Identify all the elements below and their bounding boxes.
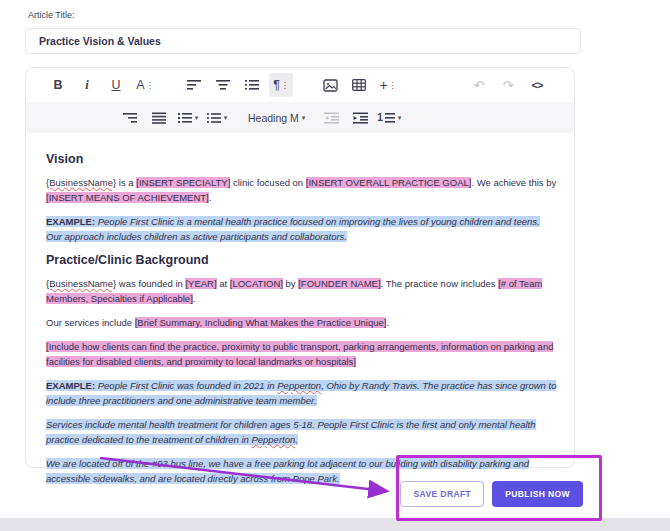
chevron-down-icon: ▾ [224, 114, 228, 122]
numbered-list-dropdown[interactable]: ▾ [176, 106, 200, 130]
underline-button[interactable]: U [104, 73, 128, 97]
redo-button[interactable]: ↷ [496, 73, 520, 97]
bold-icon: B [53, 78, 62, 92]
justify-button[interactable] [147, 106, 171, 130]
text-segment[interactable]: Practice/Clinic Background [46, 253, 209, 267]
text-segment[interactable]: . We achieve this by [471, 177, 556, 188]
chevron-down-icon: ▾ [302, 114, 306, 122]
bold-button[interactable]: B [46, 73, 70, 97]
more-dots-icon: ⋮ [281, 81, 289, 90]
text-segment[interactable]: . [209, 192, 212, 203]
heading-select-value: Heading M [248, 112, 299, 124]
editor-paragraph[interactable]: Services include mental health treatment… [46, 417, 557, 447]
outdent-icon [324, 112, 339, 124]
editor-heading[interactable]: Practice/Clinic Background [46, 253, 557, 267]
editor-paragraph[interactable]: Our services include [Brief Summary, Inc… [46, 315, 557, 330]
line-height-lines-icon [385, 112, 395, 124]
heading-style-select[interactable]: Heading M ▾ [242, 109, 311, 127]
undo-button[interactable]: ↶ [467, 73, 491, 97]
line-height-icon: 1 [377, 112, 383, 123]
chevron-down-icon: ▾ [398, 114, 402, 122]
font-size-button[interactable]: A⋮ [133, 73, 157, 97]
text-segment[interactable]: by [283, 278, 298, 289]
outdent-button[interactable] [319, 106, 343, 130]
text-segment[interactable]: [Brief Summary, Including What Makes the… [135, 317, 387, 328]
more-dots-icon: ⋮ [146, 81, 154, 90]
save-draft-button[interactable]: SAVE DRAFT [400, 481, 484, 507]
page: { "header": { "article_title_label": "Ar… [0, 0, 670, 531]
align-left-button[interactable] [182, 73, 206, 97]
editor-heading[interactable]: Vision [46, 152, 557, 166]
footer-buttons: SAVE DRAFT PUBLISH NOW [400, 481, 583, 507]
align-right-button[interactable] [118, 106, 142, 130]
text-segment[interactable]: Pepperton [251, 434, 295, 445]
paragraph-button[interactable]: ¶⋮ [269, 73, 293, 97]
paragraph-icon: ¶ [273, 78, 280, 92]
align-center-icon [216, 79, 230, 91]
image-button[interactable] [318, 73, 342, 97]
publish-now-button[interactable]: PUBLISH NOW [492, 481, 583, 507]
more-dots-icon: ⋮ [389, 81, 397, 90]
text-segment[interactable]: Our services include [46, 317, 135, 328]
image-icon [323, 79, 338, 92]
text-segment[interactable]: EXAMPLE: [46, 216, 98, 227]
text-segment[interactable]: at [217, 278, 230, 289]
toolbar-right-group: ↶ ↷ <> [467, 73, 554, 97]
align-left-icon [187, 79, 201, 91]
text-segment[interactable]: Vision [46, 152, 83, 166]
text-segment[interactable]: {BusinessName} [46, 278, 116, 289]
text-segment[interactable]: People First Clinic is a mental health p… [46, 216, 540, 242]
text-segment[interactable]: is a [116, 177, 136, 188]
editor-paragraph[interactable]: [Include how clients can find the practi… [46, 339, 557, 369]
text-segment[interactable]: [INSERT SPECIALTY] [136, 177, 230, 188]
text-segment[interactable]: Pepperton [277, 380, 321, 391]
table-button[interactable] [347, 73, 371, 97]
add-element-button[interactable]: +⋮ [376, 73, 400, 97]
text-segment[interactable]: People First Clinic was founded in 2021 … [98, 380, 278, 391]
plus-icon: + [379, 77, 387, 93]
text-segment[interactable]: EXAMPLE: [46, 380, 98, 391]
text-segment[interactable]: [INSERT MEANS OF ACHIEVEMENT] [46, 192, 209, 203]
code-view-button[interactable]: <> [525, 73, 549, 97]
bullet-list-dropdown[interactable]: ▾ [205, 106, 229, 130]
code-icon: <> [532, 79, 543, 91]
align-center-button[interactable] [211, 73, 235, 97]
font-size-icon: A [136, 78, 144, 92]
text-segment[interactable]: [Include how clients can find the practi… [46, 341, 553, 367]
text-segment[interactable]: clinic focused on [230, 177, 306, 188]
indent-icon [353, 112, 368, 124]
text-segment[interactable]: . [295, 434, 298, 445]
text-segment[interactable]: [FOUNDER NAME] [298, 278, 380, 289]
toolbar-row-2: ▾ ▾ Heading M ▾ [26, 102, 574, 133]
numbered-list-icon [178, 112, 192, 124]
text-segment[interactable]: . [193, 293, 196, 304]
text-segment[interactable]: was founded in [116, 278, 185, 289]
text-segment[interactable]: [LOCATION] [230, 278, 283, 289]
chevron-down-icon: ▾ [195, 114, 199, 122]
underline-icon: U [111, 78, 120, 92]
article-title-input[interactable] [25, 28, 581, 54]
annotation-rectangle: SAVE DRAFT PUBLISH NOW [396, 455, 602, 521]
italic-icon: i [85, 78, 88, 93]
indent-button[interactable] [348, 106, 372, 130]
editor-paragraph[interactable]: {BusinessName} was founded in [YEAR] at … [46, 276, 557, 306]
text-segment[interactable]: . [386, 317, 389, 328]
editor-paragraph[interactable]: {BusinessName} is a [INSERT SPECIALTY] c… [46, 175, 557, 205]
list-button[interactable] [240, 73, 264, 97]
redo-icon: ↷ [503, 78, 514, 93]
justify-icon [152, 112, 166, 124]
italic-button[interactable]: i [75, 73, 99, 97]
table-icon [352, 79, 366, 91]
text-segment[interactable]: . The practice now includes [381, 278, 499, 289]
line-height-dropdown[interactable]: 1 ▾ [377, 106, 401, 130]
align-right-icon [123, 112, 137, 124]
text-segment[interactable]: [INSERT OVERALL PRACTICE GOAL] [306, 177, 472, 188]
editor-paragraph[interactable]: EXAMPLE: People First Clinic is a mental… [46, 214, 557, 244]
article-title-label: Article Title: [28, 10, 75, 20]
toolbar-row-1: B i U A⋮ ¶⋮ [26, 68, 574, 102]
text-segment[interactable]: {BusinessName} [46, 177, 116, 188]
editor-paragraph[interactable]: EXAMPLE: People First Clinic was founded… [46, 378, 557, 408]
editor-card: B i U A⋮ ¶⋮ [25, 67, 575, 468]
text-segment[interactable]: [YEAR] [185, 278, 216, 289]
editor-content[interactable]: Vision{BusinessName} is a [INSERT SPECIA… [26, 133, 574, 486]
